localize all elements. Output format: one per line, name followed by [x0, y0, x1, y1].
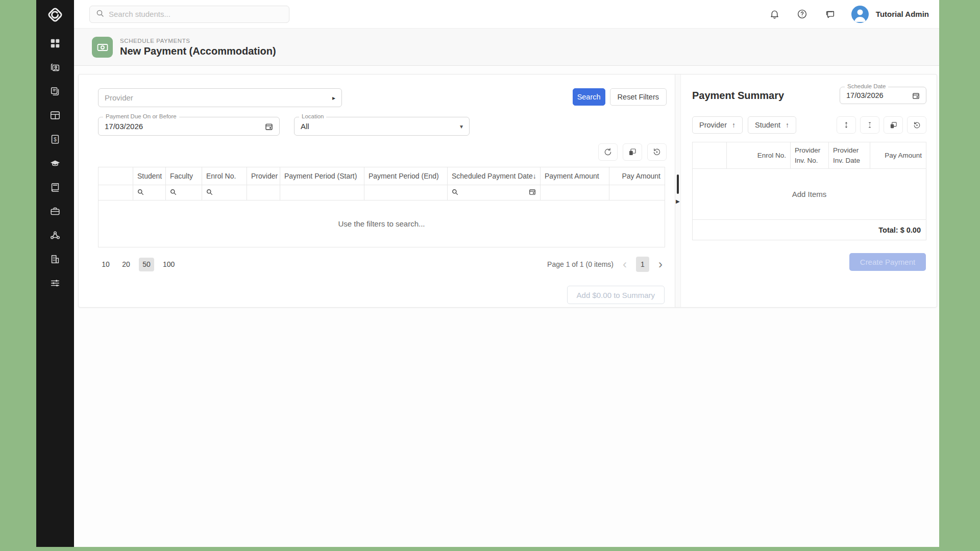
- col-payment-period-end[interactable]: Payment Period (End): [364, 167, 448, 185]
- col-payment-period-start[interactable]: Payment Period (Start): [280, 167, 364, 185]
- page-title: New Payment (Accommodation): [120, 45, 276, 57]
- payment-due-date-value[interactable]: 17/03/2026: [105, 122, 143, 131]
- pay-amount-filter-cell[interactable]: [609, 185, 665, 201]
- collapse-rows-icon[interactable]: [860, 116, 879, 134]
- student-search-input[interactable]: [109, 10, 283, 18]
- sort-by-provider-chip[interactable]: Provider ↑: [692, 116, 743, 134]
- summary-table: Enrol No. Provider Inv. No. Provider Inv…: [692, 142, 926, 240]
- location-value[interactable]: All: [301, 122, 309, 131]
- schedule-date-value[interactable]: 17/03/2026: [846, 91, 884, 99]
- avatar: [851, 6, 869, 23]
- calendar-icon[interactable]: [265, 122, 273, 131]
- history-summary-icon[interactable]: [907, 116, 926, 134]
- search-button[interactable]: Search: [573, 88, 605, 106]
- help-icon[interactable]: [796, 8, 808, 20]
- chevron-left-icon[interactable]: ‹: [621, 258, 629, 270]
- col-payment-amount[interactable]: Payment Amount: [541, 167, 609, 185]
- reset-filters-button[interactable]: Reset Filters: [610, 88, 667, 106]
- page-number-button[interactable]: 1: [636, 257, 649, 272]
- sidebar-item-services-icon[interactable]: [49, 206, 61, 217]
- page-header: SCHEDULE PAYMENTS New Payment (Accommoda…: [74, 29, 939, 66]
- payment-amount-filter-cell[interactable]: [541, 185, 609, 201]
- history-icon[interactable]: [647, 143, 667, 161]
- location-filter-field[interactable]: Location All ▾: [294, 117, 470, 136]
- empty-results-message: Use the filters to search...: [99, 201, 665, 247]
- sidebar-item-agents-icon[interactable]: [49, 230, 61, 241]
- provider-filter-cell[interactable]: [247, 185, 280, 201]
- provider-filter-field[interactable]: Provider ▸: [98, 88, 342, 107]
- calendar-icon[interactable]: [912, 92, 920, 99]
- period-end-filter-cell[interactable]: [364, 185, 448, 201]
- student-search-box[interactable]: [89, 6, 289, 23]
- user-name: Tutorial Admin: [876, 10, 929, 18]
- sort-by-student-chip[interactable]: Student ↑: [748, 116, 796, 134]
- results-table: Student Faculty Enrol No. Provider Payme…: [98, 167, 665, 247]
- col-enrol-no[interactable]: Enrol No.: [202, 167, 247, 185]
- add-to-summary-button[interactable]: Add $0.00 to Summary: [567, 286, 665, 304]
- page-header-text: SCHEDULE PAYMENTS New Payment (Accommoda…: [120, 38, 276, 57]
- results-header-row: Student Faculty Enrol No. Provider Payme…: [99, 167, 665, 185]
- sidebar-item-courses-icon[interactable]: [49, 182, 61, 193]
- page-size-50-selected[interactable]: 50: [139, 258, 154, 271]
- app-logo-icon[interactable]: [43, 3, 67, 27]
- page-size-10[interactable]: 10: [98, 258, 113, 271]
- page-size-100[interactable]: 100: [159, 258, 178, 271]
- sidebar-item-organisation-icon[interactable]: [49, 254, 61, 265]
- splitter-handle[interactable]: [677, 174, 679, 194]
- schedule-date-label: Schedule Date: [845, 83, 888, 89]
- payment-due-date-label: Payment Due On or Before: [103, 113, 179, 119]
- empty-results-row: Use the filters to search...: [99, 201, 665, 247]
- payment-card: Provider ▸ Search Reset Filters Payment …: [78, 74, 937, 308]
- search-small-icon[interactable]: [170, 188, 177, 197]
- faculty-filter-cell[interactable]: [166, 185, 202, 201]
- enrol-no-filter-cell[interactable]: [202, 185, 247, 201]
- s-col-provider-inv-no[interactable]: Provider Inv. No.: [791, 142, 829, 169]
- student-filter-cell[interactable]: [133, 185, 166, 201]
- chevron-right-icon[interactable]: ›: [656, 258, 665, 270]
- user-menu[interactable]: Tutorial Admin: [851, 6, 929, 23]
- refresh-icon[interactable]: [598, 143, 618, 161]
- calendar-small-icon[interactable]: [529, 188, 536, 197]
- col-faculty[interactable]: Faculty: [166, 167, 202, 185]
- col-scheduled-payment-date[interactable]: Scheduled Payment Date ↓: [448, 167, 541, 185]
- sidebar-item-payments-icon[interactable]: $: [49, 134, 61, 145]
- s-col-pay-amount[interactable]: Pay Amount: [870, 142, 926, 169]
- expand-rows-icon[interactable]: [837, 116, 856, 134]
- create-payment-button[interactable]: Create Payment: [849, 253, 926, 271]
- panel-splitter[interactable]: ▶: [675, 74, 681, 307]
- sidebar-item-dashboard-icon[interactable]: [49, 38, 61, 49]
- splitter-collapse-icon[interactable]: ▶: [676, 198, 680, 204]
- sidebar-item-settings-icon[interactable]: [49, 278, 61, 289]
- sidebar-item-timetable-icon[interactable]: [49, 110, 61, 121]
- caret-right-icon[interactable]: ▸: [332, 94, 335, 102]
- copy-grid-icon[interactable]: [623, 143, 642, 161]
- s-col-provider-inv-date[interactable]: Provider Inv. Date: [829, 142, 870, 169]
- s-col-enrol-no[interactable]: Enrol No.: [727, 142, 791, 169]
- search-small-icon[interactable]: [452, 188, 458, 197]
- col-pay-amount[interactable]: Pay Amount: [609, 167, 665, 185]
- col-select: [99, 167, 133, 185]
- col-student[interactable]: Student: [133, 167, 166, 185]
- results-filter-row: [99, 185, 665, 201]
- col-provider[interactable]: Provider: [247, 167, 280, 185]
- period-start-filter-cell[interactable]: [280, 185, 364, 201]
- copy-summary-icon[interactable]: [884, 116, 903, 134]
- pagination: 10 20 50 100 Page 1 of 1 (0 items) ‹ 1 ›: [98, 257, 665, 272]
- summary-total: Total: $ 0.00: [693, 220, 926, 240]
- sort-desc-icon[interactable]: ↓: [533, 172, 536, 180]
- search-small-icon[interactable]: [137, 188, 144, 197]
- sidebar-item-education-icon[interactable]: [49, 158, 61, 169]
- notifications-icon[interactable]: [769, 8, 781, 20]
- schedule-payments-icon: [92, 37, 113, 58]
- schedule-date-field[interactable]: Schedule Date 17/03/2026: [840, 87, 926, 104]
- payment-due-date-field[interactable]: Payment Due On or Before 17/03/2026: [98, 117, 280, 136]
- sort-asc-icon: ↑: [732, 121, 736, 129]
- sidebar-item-students-icon[interactable]: [49, 62, 61, 73]
- s-col-select: [693, 142, 727, 169]
- page-size-20[interactable]: 20: [118, 258, 134, 271]
- messages-icon[interactable]: [824, 8, 836, 20]
- sidebar-item-documents-icon[interactable]: [49, 86, 61, 97]
- scheduled-date-filter-cell[interactable]: [448, 185, 541, 201]
- search-small-icon[interactable]: [206, 188, 213, 197]
- caret-down-icon[interactable]: ▾: [460, 123, 463, 130]
